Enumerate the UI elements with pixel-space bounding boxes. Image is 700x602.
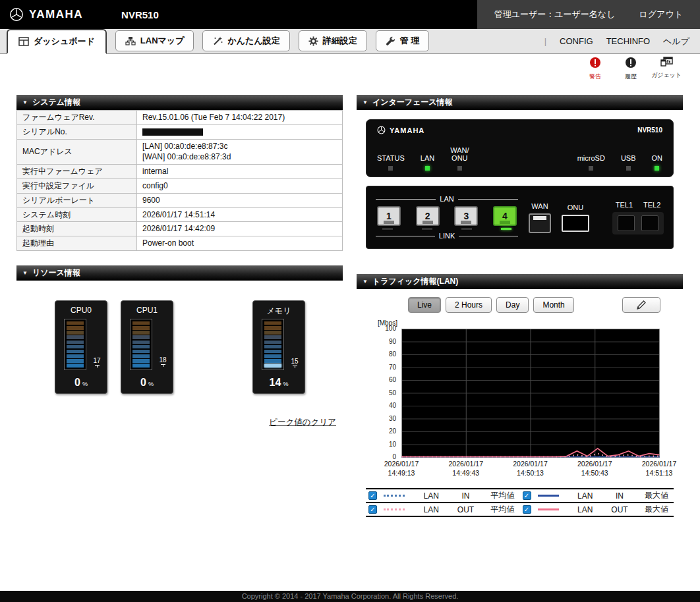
yamaha-mark-icon: [9, 7, 24, 22]
x-tick-label: 2026/01/17 14:49:43: [448, 460, 483, 478]
y-tick-label: 80: [389, 350, 396, 358]
system-info-label: 起動理由: [17, 236, 137, 251]
lan-port-4: 4: [493, 206, 517, 226]
led-label-on: ON: [652, 154, 663, 163]
led-indicator-microsd: [589, 166, 593, 171]
system-info-title: システム情報: [32, 97, 80, 108]
copyright-text: Copyright © 2014 - 2017 Yamaha Corporati…: [242, 592, 459, 600]
tab-advanced[interactable]: 詳細設定: [299, 30, 367, 51]
system-info-value: 9600: [137, 193, 343, 207]
legend-checkbox[interactable]: ✓: [523, 491, 531, 500]
interface-info-header[interactable]: ▼ インターフェース情報: [357, 95, 683, 110]
system-info-row: MACアドレス[LAN] 00:a0:de:e8:87:3c [WAN] 00:…: [17, 139, 343, 165]
legend-interface: LAN: [410, 505, 453, 514]
legend-checkbox[interactable]: ✓: [368, 491, 377, 500]
lan-port-link-led-2: [422, 228, 432, 230]
traffic-info-header[interactable]: ▼ トラフィック情報(LAN): [357, 274, 683, 289]
legend-checkbox[interactable]: ✓: [368, 505, 377, 514]
traffic-range-month[interactable]: Month: [533, 297, 573, 313]
edit-graph-button[interactable]: [622, 297, 660, 313]
system-info-value: internal: [137, 165, 343, 179]
legend-item-out-max: ✓LANOUT最大値: [520, 504, 674, 515]
dashboard-content: ▼ システム情報 ファームウェアRev.Rev.15.01.06 (Tue Fe…: [0, 86, 700, 539]
legend-interface: LAN: [410, 491, 453, 501]
legend-direction: IN: [453, 491, 479, 501]
gauge-CPU0: CPU0170%: [55, 300, 107, 394]
system-info-value: [LAN] 00:a0:de:e8:87:3c [WAN] 00:a0:de:e…: [137, 139, 343, 165]
system-info-value: 2026/01/17 14:42:09: [137, 222, 343, 236]
traffic-range-day[interactable]: Day: [496, 297, 529, 313]
system-info-value: 2026/01/17 14:51:14: [137, 207, 343, 222]
meter-segment: [67, 335, 84, 339]
front-led-lan: LAN: [421, 154, 434, 171]
link-techinfo[interactable]: TECHINFO: [606, 36, 650, 46]
divider-line: [458, 199, 518, 200]
notice-history[interactable]: 履歴: [614, 57, 647, 86]
front-led-usb: USB: [621, 154, 636, 171]
legend-line-sample: [384, 508, 405, 510]
legend-direction: IN: [606, 491, 633, 501]
meter-segment: [132, 350, 150, 354]
header-user-area: 管理ユーザー：ユーザー名なし ログアウト: [477, 0, 700, 29]
resource-info-header[interactable]: ▼ リソース情報: [16, 265, 343, 281]
tel-labels: TEL1TEL2: [616, 201, 661, 209]
led-indicator-on: [655, 166, 659, 171]
notice-gadget[interactable]: ガジェット: [650, 57, 683, 86]
tab-dashboard[interactable]: ダッシュボード: [7, 29, 107, 54]
gauge-group: CPU0170%CPU1180%メモリ1514%: [16, 281, 343, 394]
brand-name: YAMAHA: [29, 8, 83, 21]
meter-segment: [132, 321, 150, 325]
tab-admin[interactable]: 管 理: [376, 30, 430, 51]
legend-interface: LAN: [564, 505, 607, 514]
gadget-icon: [660, 57, 673, 70]
notice-warning[interactable]: 警告: [579, 57, 612, 86]
resource-info-title: リソース情報: [32, 267, 80, 279]
divider-line: [459, 236, 518, 236]
legend-stat: 平均値: [479, 504, 515, 515]
meter-segment: [67, 359, 84, 363]
interface-info-title: インターフェース情報: [372, 97, 453, 108]
traffic-range-2-hours[interactable]: 2 Hours: [446, 297, 492, 313]
lanmap-icon: [125, 36, 136, 45]
meter-segment: [67, 326, 84, 330]
legend-stat: 最大値: [633, 490, 668, 501]
gauge-value-unit: %: [148, 381, 154, 387]
x-axis-labels: 2026/01/17 14:49:132026/01/17 14:49:4320…: [401, 460, 660, 479]
link-config[interactable]: CONFIG: [560, 36, 593, 46]
tab-lanmap[interactable]: LANマップ: [115, 30, 194, 51]
legend-item-in-max: ✓LANIN最大値: [520, 490, 674, 501]
front-led-microsd: microSD: [577, 154, 605, 171]
link-divider: |: [544, 36, 546, 46]
tab-easy-setup[interactable]: かんたん設定: [202, 30, 289, 51]
system-info-row: 起動理由Power-on boot: [17, 236, 343, 251]
meter-segment: [264, 345, 281, 349]
system-info-row: シリアルボーレート9600: [17, 193, 343, 207]
tab-label-lanmap: LANマップ: [140, 35, 185, 47]
system-info-header[interactable]: ▼ システム情報: [16, 95, 343, 110]
gauge-peak-marker: [161, 364, 165, 367]
logout-link[interactable]: ログアウト: [639, 9, 683, 20]
page-root: YAMAHA NVR510 管理ユーザー：ユーザー名なし ログアウト ダッシュボ…: [0, 0, 700, 602]
tab-label-admin: 管 理: [400, 35, 420, 47]
legend-checkbox[interactable]: ✓: [523, 505, 531, 514]
onu-label: ONU: [568, 204, 583, 211]
link-help[interactable]: ヘルプ: [663, 36, 689, 47]
x-tick-label: 2026/01/17 14:51:13: [642, 460, 677, 478]
meter-segment: [67, 321, 84, 325]
wand-icon: [212, 36, 223, 45]
meter-segment: [264, 354, 281, 358]
system-info-row: シリアルNo.: [17, 124, 343, 139]
traffic-range-live[interactable]: Live: [408, 297, 441, 313]
collapse-triangle-icon: ▼: [22, 270, 28, 276]
clear-peak-link[interactable]: ピーク値のクリア: [269, 417, 336, 428]
meter-segment: [264, 335, 281, 339]
system-info-panel: ▼ システム情報 ファームウェアRev.Rev.15.01.06 (Tue Fe…: [16, 95, 343, 251]
system-info-row: ファームウェアRev.Rev.15.01.06 (Tue Feb 7 14:04…: [17, 111, 343, 125]
front-led-status: STATUS: [377, 154, 405, 171]
system-info-label: ファームウェアRev.: [17, 111, 137, 125]
y-axis-ticks: 0102030405060708090100: [365, 318, 397, 463]
gauge-value-number: 14: [270, 377, 281, 388]
meter-segment: [67, 364, 84, 368]
link-label: LINK: [439, 232, 455, 240]
yamaha-mark-icon: [377, 126, 386, 134]
